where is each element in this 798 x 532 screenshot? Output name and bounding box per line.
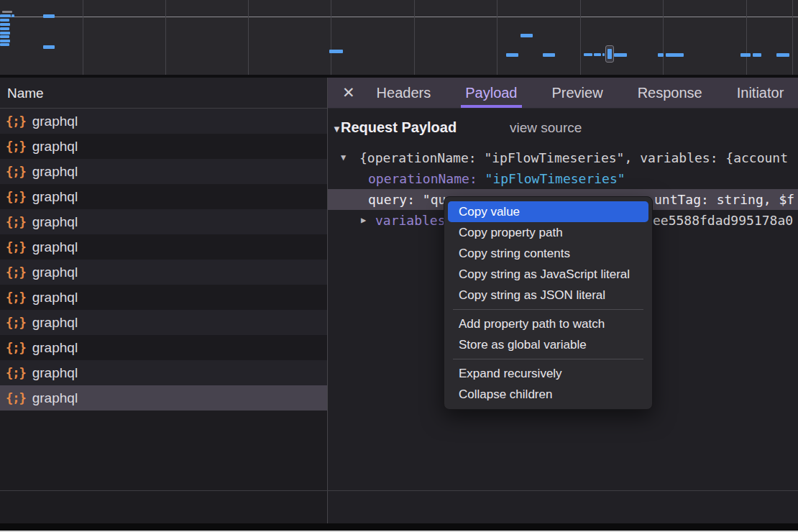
- tab-headers[interactable]: Headers: [372, 78, 436, 108]
- overview-request-bar[interactable]: [520, 34, 533, 37]
- overview-request-bar[interactable]: [584, 53, 592, 56]
- payload-root-row[interactable]: ▼ {operationName: "ipFlowTimeseries", va…: [328, 147, 798, 168]
- overview-request-bar[interactable]: [43, 14, 55, 18]
- request-name-label: graphql: [32, 189, 78, 205]
- request-row[interactable]: {;}graphql: [0, 109, 327, 134]
- tab-response[interactable]: Response: [633, 78, 707, 108]
- request-row[interactable]: {;}graphql: [0, 285, 327, 310]
- overview-gridline: [331, 0, 331, 75]
- menu-item-add-property-path-to-watch[interactable]: Add property path to watch: [444, 313, 652, 334]
- menu-separator: [453, 309, 643, 310]
- overview-request-bar[interactable]: [614, 53, 627, 57]
- request-row[interactable]: {;}graphql: [0, 134, 327, 159]
- overview-gridline: [746, 0, 747, 75]
- overview-request-bar[interactable]: [0, 19, 9, 22]
- close-icon[interactable]: ✕: [342, 84, 355, 101]
- request-row[interactable]: {;}graphql: [0, 209, 327, 234]
- menu-item-collapse-children[interactable]: Collapse children: [444, 384, 652, 405]
- overview-request-bar[interactable]: [543, 53, 555, 57]
- overview-request-bar[interactable]: [658, 53, 664, 57]
- overview-request-bar[interactable]: [2, 11, 12, 13]
- overview-request-bar[interactable]: [12, 14, 14, 17]
- request-row[interactable]: {;}graphql: [0, 159, 327, 184]
- request-row[interactable]: {;}graphql: [0, 360, 327, 385]
- tab-preview[interactable]: Preview: [548, 78, 607, 108]
- request-name-label: graphql: [32, 114, 78, 129]
- payload-preview-text: {operationName: "ipFlowTimeseries", vari…: [359, 147, 788, 168]
- property-key: operationName:: [368, 171, 477, 186]
- name-column-header[interactable]: Name: [0, 78, 327, 109]
- json-braces-icon: {;}: [6, 240, 26, 254]
- menu-item-store-as-global-variable[interactable]: Store as global variable: [444, 334, 652, 355]
- request-row[interactable]: {;}graphql: [0, 335, 327, 360]
- overview-request-bar[interactable]: [740, 53, 751, 57]
- request-name-label: graphql: [32, 340, 78, 356]
- request-name-label: graphql: [32, 290, 78, 306]
- overview-request-bar[interactable]: [753, 53, 761, 57]
- network-overview-timeline[interactable]: [0, 0, 798, 75]
- request-row[interactable]: {;}graphql: [0, 184, 327, 209]
- menu-item-expand-recursively[interactable]: Expand recursively: [444, 363, 652, 384]
- window-bottom-bar: [0, 523, 798, 531]
- overview-selected-bar[interactable]: [605, 45, 614, 63]
- tab-initiator[interactable]: Initiator: [733, 78, 789, 108]
- overview-request-bar[interactable]: [43, 45, 55, 49]
- request-row[interactable]: {;}graphql: [0, 310, 327, 335]
- overview-request-bar[interactable]: [666, 53, 684, 57]
- collapse-triangle-icon[interactable]: ▼: [332, 124, 341, 134]
- request-row[interactable]: {;}graphql: [0, 385, 327, 411]
- overview-request-bar[interactable]: [0, 14, 11, 17]
- json-braces-icon: {;}: [6, 341, 26, 355]
- overview-gridline: [165, 0, 166, 75]
- expand-triangle-icon[interactable]: ▼: [341, 147, 346, 168]
- overview-request-bar[interactable]: [776, 53, 789, 57]
- menu-item-copy-string-as-javascript-literal[interactable]: Copy string as JavaScript literal: [444, 264, 652, 285]
- request-name-label: graphql: [32, 390, 78, 406]
- json-braces-icon: {;}: [6, 114, 26, 129]
- overview-gridline: [792, 0, 793, 75]
- overview-request-bar[interactable]: [0, 23, 10, 26]
- overview-request-bar[interactable]: [0, 32, 10, 35]
- menu-item-copy-value[interactable]: Copy value: [448, 201, 648, 222]
- json-braces-icon: {;}: [6, 190, 26, 204]
- request-name-label: graphql: [32, 239, 78, 255]
- request-row[interactable]: {;}graphql: [0, 234, 327, 260]
- tab-payload[interactable]: Payload: [461, 78, 521, 108]
- json-braces-icon: {;}: [6, 290, 26, 305]
- collapsed-triangle-icon[interactable]: ▶: [361, 210, 366, 231]
- view-source-link[interactable]: view source: [510, 120, 582, 136]
- operation-name-row[interactable]: operationName: "ipFlowTimeseries": [328, 168, 798, 189]
- request-payload-section[interactable]: ▼ Request Payload view source: [328, 119, 798, 139]
- menu-item-copy-string-as-json-literal[interactable]: Copy string as JSON literal: [444, 285, 652, 306]
- overview-selected-bar-fill: [607, 49, 612, 59]
- devtools-network-panel: Name {;}graphql{;}graphql{;}graphql{;}gr…: [0, 0, 798, 532]
- menu-item-copy-property-path[interactable]: Copy property path: [444, 222, 652, 243]
- context-menu: Copy valueCopy property pathCopy string …: [444, 196, 653, 410]
- json-braces-icon: {;}: [6, 165, 26, 179]
- overview-request-bar[interactable]: [506, 53, 518, 57]
- menu-item-copy-string-contents[interactable]: Copy string contents: [444, 243, 652, 264]
- overview-gridline: [414, 0, 415, 75]
- overview-request-bar[interactable]: [594, 53, 601, 56]
- json-braces-icon: {;}: [6, 139, 26, 154]
- overview-request-bar[interactable]: [0, 27, 9, 30]
- overview-gridline: [580, 0, 581, 75]
- request-name-label: graphql: [32, 365, 78, 381]
- overview-request-bar[interactable]: [0, 35, 9, 38]
- detail-tabs: HeadersPayloadPreviewResponseInitiator: [372, 78, 789, 108]
- request-name-label: graphql: [32, 265, 78, 280]
- json-braces-icon: {;}: [6, 316, 26, 330]
- request-name-label: graphql: [32, 139, 78, 155]
- variables-value-fragment: ee5588fdad995178a0: [653, 210, 793, 231]
- overview-request-bar[interactable]: [602, 53, 605, 56]
- request-row[interactable]: {;}graphql: [0, 260, 327, 285]
- overview-request-bar[interactable]: [0, 43, 9, 46]
- json-braces-icon: {;}: [6, 215, 26, 229]
- name-column-label: Name: [7, 86, 44, 101]
- overview-baseline: [0, 17, 798, 17]
- request-name-label: graphql: [32, 315, 78, 331]
- overview-request-bar[interactable]: [329, 50, 343, 53]
- query-value-fragment: untTag: string, $f: [654, 189, 794, 210]
- request-name-label: graphql: [32, 164, 78, 180]
- overview-request-bar[interactable]: [0, 40, 10, 42]
